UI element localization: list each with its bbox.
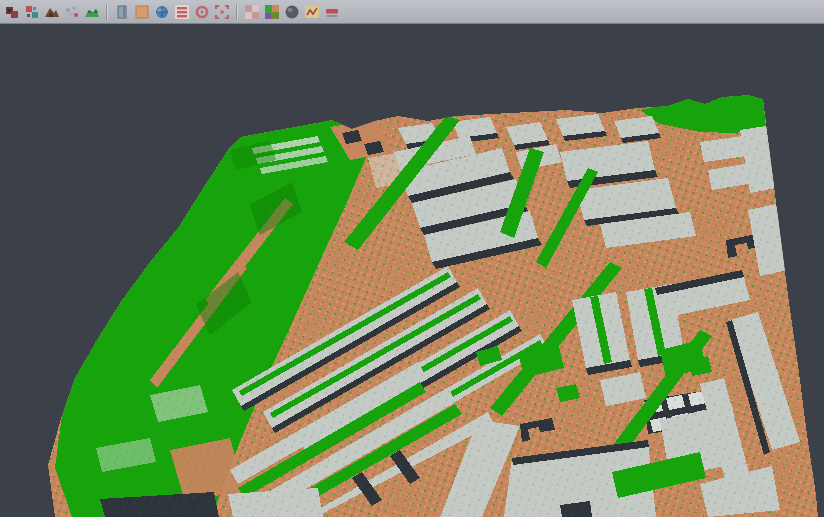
terrain-model-icon — [84, 4, 100, 20]
zoom-extent-button[interactable] — [213, 3, 231, 21]
settings-gear-icon — [194, 4, 210, 20]
classification-colors-button[interactable] — [263, 3, 281, 21]
dataset-button[interactable] — [3, 3, 21, 21]
measure-icon — [304, 4, 320, 20]
layer-list-button[interactable] — [173, 3, 191, 21]
layer-list-icon — [174, 4, 190, 20]
profile-view-button[interactable] — [113, 3, 131, 21]
shaded-sphere-button[interactable] — [283, 3, 301, 21]
ortho-view-button[interactable] — [133, 3, 151, 21]
classification-colors-icon — [264, 4, 280, 20]
toolbar-group — [112, 3, 232, 21]
toolbar-separator — [106, 4, 108, 20]
tin-surface-icon — [44, 4, 60, 20]
measure-button[interactable] — [303, 3, 321, 21]
terrain-model-button[interactable] — [83, 3, 101, 21]
shaded-sphere-icon — [284, 4, 300, 20]
globe-3d-icon — [154, 4, 170, 20]
ortho-view-icon — [134, 4, 150, 20]
points-classify-icon — [24, 4, 40, 20]
transparency-grid-button[interactable] — [243, 3, 261, 21]
dataset-icon — [4, 4, 20, 20]
section-tool-icon — [324, 4, 340, 20]
transparency-grid-icon — [244, 4, 260, 20]
settings-gear-button[interactable] — [193, 3, 211, 21]
section-tool-button[interactable] — [323, 3, 341, 21]
points-classify-button[interactable] — [23, 3, 41, 21]
viewport-3d[interactable] — [0, 0, 824, 517]
toolbar-separator — [236, 4, 238, 20]
toolbar-group — [2, 3, 102, 21]
point-cloud-icon — [64, 4, 80, 20]
toolbar-group — [242, 3, 342, 21]
point-cloud-button[interactable] — [63, 3, 81, 21]
zoom-extent-icon — [214, 4, 230, 20]
main-toolbar — [0, 0, 824, 24]
tin-surface-button[interactable] — [43, 3, 61, 21]
globe-3d-button[interactable] — [153, 3, 171, 21]
application-window — [0, 0, 824, 517]
profile-view-icon — [114, 4, 130, 20]
